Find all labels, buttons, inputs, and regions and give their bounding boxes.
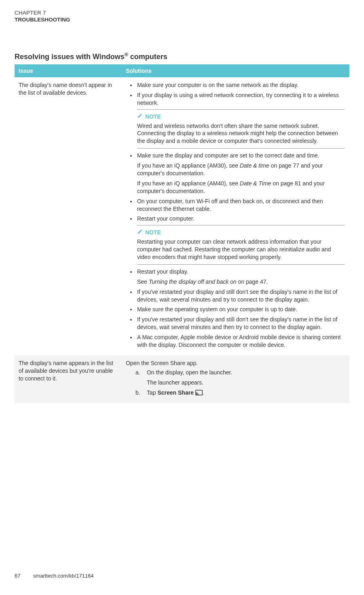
table-row: The display's name appears in the list o…: [15, 355, 349, 403]
note-header: NOTE: [137, 229, 345, 236]
note-label: NOTE: [145, 229, 161, 236]
section-heading: Resolving issues with Windows® computers: [15, 52, 349, 61]
sub-para: See Turning the display off and back on …: [137, 278, 345, 286]
pencil-icon: [137, 113, 143, 121]
solutions-cell: Open the Screen Share app. On the displa…: [122, 355, 349, 403]
table-row: The display's name doesn't appear in the…: [15, 77, 349, 355]
step-sub: The launcher appears.: [147, 379, 345, 387]
bullet: Make sure your computer is on the same n…: [136, 81, 345, 89]
bullet: If you've restarted your display and sti…: [136, 288, 345, 304]
bullet-text: Restart your display.: [137, 268, 188, 275]
footer-link: smarttech.com/kb/171164: [33, 573, 94, 579]
chapter-title: TROUBLESHOOTING: [15, 17, 349, 23]
bullet: If your display is using a wired network…: [136, 91, 345, 149]
bullet: On your computer, turn Wi-Fi off and the…: [136, 198, 345, 213]
solutions-cell: Make sure your computer is on the same n…: [122, 77, 349, 355]
issue-cell: The display's name doesn't appear in the…: [15, 77, 122, 355]
col-header-solutions: Solutions: [122, 64, 349, 77]
pencil-icon: [137, 229, 143, 236]
bullet: If you've restarted your display and sti…: [136, 316, 345, 331]
chapter-number: CHAPTER 7: [15, 10, 349, 16]
troubleshooting-table: Issue Solutions The display's name doesn…: [15, 64, 349, 403]
note-box: NOTE Wired and wireless networks don't o…: [137, 109, 345, 149]
bullet: A Mac computer, Apple mobile device or A…: [136, 334, 345, 349]
step-text: On the display, open the launcher.: [147, 369, 232, 376]
svg-point-1: [196, 394, 197, 395]
bullet-text: If your display is using a wired network…: [137, 92, 339, 106]
note-text: Restarting your computer can clear netwo…: [137, 238, 345, 261]
note-box: NOTE Restarting your computer can clear …: [137, 225, 345, 265]
cast-icon: [195, 389, 203, 396]
page-number: 67: [15, 573, 20, 579]
sub-para: If you have an iQ appliance (AM30), see …: [137, 162, 345, 177]
page-footer: 67 smarttech.com/kb/171164: [15, 573, 94, 579]
bullet: Make sure the display and computer are s…: [136, 152, 345, 195]
bullet: Restart your display. See Turning the di…: [136, 268, 345, 286]
note-text: Wired and wireless networks don't often …: [137, 122, 345, 145]
bullet-text: Make sure the display and computer are s…: [137, 152, 320, 159]
bullet: Restart your computer. NOTE Restarting y…: [136, 215, 345, 264]
bullet: Make sure the operating system on your c…: [136, 306, 345, 313]
issue-cell: The display's name appears in the list o…: [15, 355, 122, 403]
note-label: NOTE: [145, 113, 161, 121]
intro-text: Open the Screen Share app.: [126, 360, 198, 366]
col-header-issue: Issue: [15, 64, 122, 77]
list-item: On the display, open the launcher. The l…: [135, 369, 345, 387]
list-item: Tap Screen Share .: [135, 389, 345, 397]
bullet-text: Restart your computer.: [137, 215, 195, 222]
sub-para: If you have an iQ appliance (AM40), see …: [137, 180, 345, 195]
note-header: NOTE: [137, 113, 345, 121]
